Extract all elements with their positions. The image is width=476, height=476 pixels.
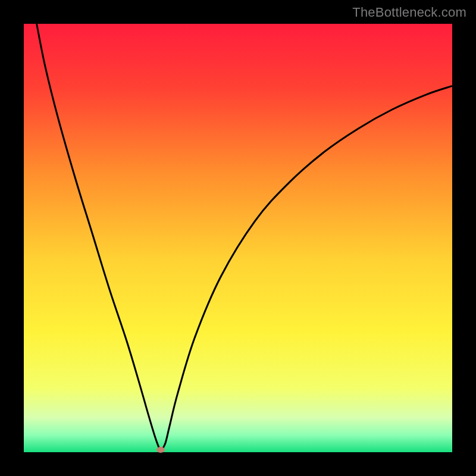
curve-path	[37, 24, 452, 450]
chart-container: TheBottleneck.com	[0, 0, 476, 476]
plot-area	[24, 24, 452, 452]
optimal-marker	[156, 447, 165, 453]
attribution-label: TheBottleneck.com	[352, 5, 466, 20]
bottleneck-curve	[24, 24, 452, 452]
